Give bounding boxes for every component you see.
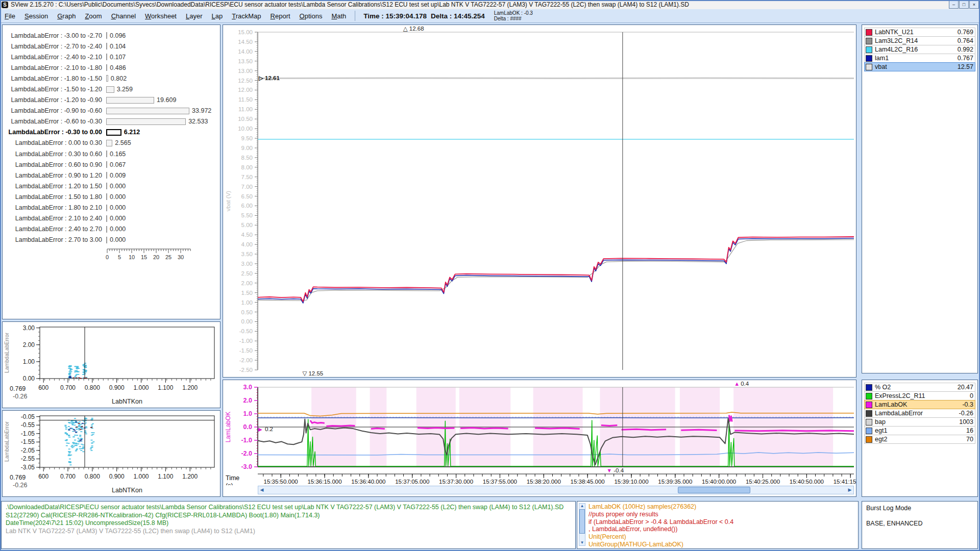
histogram-row[interactable]: LambdaLabError : -0.60 to -0.3032.533 (3, 116, 220, 127)
histogram-row[interactable]: LambdaLabError : 1.50 to 1.800.000 (3, 191, 220, 202)
histogram-row[interactable]: LambdaLabError : 1.80 to 2.100.000 (3, 203, 220, 213)
channel-color-swatch (866, 428, 872, 434)
histogram-row-label: LambdaLabError : 2.10 to 2.40 (3, 215, 106, 222)
svg-text:-0.26: -0.26 (13, 482, 28, 489)
menu-zoom[interactable]: Zoom (80, 12, 106, 20)
app-icon: S (2, 2, 8, 8)
histogram-panel[interactable]: LambdaLabError : -3.00 to -2.700.096Lamb… (2, 24, 220, 319)
scatter-plot-positive-panel[interactable]: 0.001.002.003.006000.7000.8000.9001.0001… (2, 321, 220, 408)
close-button[interactable]: × (969, 1, 979, 9)
svg-text:0.769: 0.769 (10, 474, 26, 481)
legend-row-lambdalaberror[interactable]: LambdaLabError-0.26 (864, 409, 975, 418)
menu-channel[interactable]: Channel (107, 12, 140, 20)
scroll-down-icon[interactable]: ▼ (579, 540, 585, 545)
histogram-row[interactable]: LambdaLabError : 2.70 to 3.000.000 (3, 235, 220, 245)
histogram-row[interactable]: LambdaLabError : -2.10 to -1.800.486 (3, 62, 220, 73)
histogram-row-value: 0.165 (110, 151, 126, 158)
histogram-row-label: LambdaLabError : 0.90 to 1.20 (3, 172, 106, 179)
legend-row-bap[interactable]: bap1003 (864, 417, 975, 427)
scroll-right-icon[interactable]: ▶ (846, 486, 853, 494)
svg-text:30: 30 (178, 254, 184, 260)
legend-row-labntk-u21[interactable]: LabNTK_U210.769 (864, 28, 975, 37)
bottom-chart-canvas[interactable]: -3.0-2.0-1.00.01.02.03.0LamLabOK▲0.4▼-0.… (223, 380, 856, 485)
menu-layer[interactable]: Layer (181, 12, 207, 20)
histogram-row[interactable]: LambdaLabError : -3.00 to -2.700.096 (3, 30, 220, 41)
histogram-row-label: LambdaLabError : 1.80 to 2.10 (3, 204, 106, 211)
channel-name: Lam3L2C_R14 (875, 37, 958, 44)
menu-session[interactable]: Session (20, 12, 53, 20)
histogram-row[interactable]: LambdaLabError : -0.30 to 0.006.212 (3, 127, 220, 138)
svg-text:11.00: 11.00 (238, 106, 253, 112)
scroll-left-icon[interactable]: ◀ (258, 486, 265, 494)
legend-row-egt1[interactable]: egt116 (864, 426, 975, 435)
histogram-row[interactable]: LambdaLabError : 0.00 to 0.302.565 (3, 138, 220, 148)
histogram-row-value: 19.609 (157, 96, 176, 104)
svg-text:2.00: 2.00 (241, 280, 253, 286)
channel-color-swatch (866, 436, 872, 443)
bottom-chart-panel[interactable]: -3.0-2.0-1.00.01.02.03.0LamLabOK▲0.4▼-0.… (223, 380, 856, 497)
legend-row-vbat[interactable]: vbat12.57 (864, 62, 975, 71)
svg-text:-0.55: -0.55 (21, 421, 35, 429)
legend-row-lamlabok[interactable]: LamLabOK-0.3 (864, 400, 975, 409)
log-mode-value: BASE, ENHANCED (866, 520, 922, 528)
histogram-row[interactable]: LambdaLabError : -0.90 to -0.6033.972 (3, 106, 220, 116)
histogram-row[interactable]: LambdaLabError : 0.90 to 1.200.009 (3, 170, 220, 181)
menu-lap[interactable]: Lap (207, 12, 228, 20)
menu-file[interactable]: File (0, 12, 20, 20)
time-scrollbar-thumb[interactable] (678, 487, 750, 493)
legend-row--o2[interactable]: % O220.47 (864, 383, 975, 392)
svg-text:0.700: 0.700 (60, 473, 76, 480)
menu-graph[interactable]: Graph (53, 12, 80, 20)
histogram-bar (106, 86, 114, 93)
svg-text:13.50: 13.50 (238, 58, 253, 64)
cursor-delta-readout: Delta : 14:45.254 (431, 12, 485, 20)
svg-text:1.50: 1.50 (241, 290, 253, 296)
legend-row-lam3l2c-r14[interactable]: Lam3L2C_R140.764 (864, 36, 975, 45)
menu-options[interactable]: Options (295, 12, 327, 20)
time-scrollbar[interactable]: ◀ ▶ (258, 486, 854, 494)
histogram-row-label: LambdaLabError : -2.70 to -2.40 (3, 43, 106, 50)
menu-math[interactable]: Math (327, 12, 351, 20)
histogram-row-value: 2.565 (115, 139, 131, 146)
histogram-bar (106, 54, 107, 60)
menu-worksheet[interactable]: Worksheet (140, 12, 181, 20)
histogram-row[interactable]: LambdaLabError : -2.40 to -2.100.107 (3, 52, 220, 62)
legend-row-expressl2c-r11[interactable]: ExPressL2C_R110 (864, 391, 975, 400)
legend-row-lam4l2c-r16[interactable]: Lam4L2C_R160.992 (864, 45, 975, 54)
histogram-row-label: LambdaLabError : -0.60 to -0.30 (3, 118, 106, 125)
legend-row-egt2[interactable]: egt270 (864, 435, 975, 444)
scatter-plot-negative-panel[interactable]: -3.05-2.55-2.05-1.55-1.05-0.55-0.056000.… (2, 410, 220, 497)
legend-row-lam1[interactable]: lam10.767 (864, 54, 975, 63)
histogram-row[interactable]: LambdaLabError : -1.80 to -1.500.802 (3, 73, 220, 84)
histogram-row[interactable]: LambdaLabError : -2.70 to -2.400.104 (3, 41, 220, 52)
svg-text:13.00: 13.00 (238, 68, 253, 74)
math-scrollbar-thumb[interactable] (579, 509, 585, 534)
histogram-row-value: 0.486 (110, 64, 126, 71)
bottom-channel-legend: % O220.47ExPressL2C_R110LamLabOK-0.3Lamb… (864, 383, 975, 444)
histogram-row[interactable]: LambdaLabError : 2.10 to 2.400.000 (3, 213, 220, 224)
histogram-row[interactable]: LambdaLabError : -1.50 to -1.203.259 (3, 84, 220, 94)
histogram-row[interactable]: LambdaLabError : 0.30 to 0.600.165 (3, 148, 220, 159)
histogram-bar (106, 215, 107, 222)
histogram-row[interactable]: LambdaLabError : 0.60 to 0.900.067 (3, 159, 220, 170)
math-panel-scrollbar[interactable]: ▲ ▼ (579, 503, 585, 546)
svg-text:3.00: 3.00 (241, 261, 253, 267)
histogram-row[interactable]: LambdaLabError : 2.40 to 2.700.000 (3, 224, 220, 235)
histogram-row-label: LambdaLabError : -0.90 to -0.60 (3, 107, 106, 114)
svg-text:15:41:15.000: 15:41:15.000 (834, 479, 856, 485)
menu-trackmap[interactable]: TrackMap (227, 12, 265, 20)
main-chart-panel[interactable]: -2.50-2.00-1.50-1.00-0.500.000.501.001.5… (223, 24, 856, 378)
menu-report[interactable]: Report (266, 12, 295, 20)
channel-color-swatch (866, 393, 872, 399)
svg-text:LabNTKon: LabNTKon (112, 487, 142, 494)
minimize-button[interactable]: – (949, 1, 959, 9)
channel-name: ExPressL2C_R11 (875, 392, 970, 399)
histogram-row[interactable]: LambdaLabError : -1.20 to -0.9019.609 (3, 95, 220, 106)
main-chart-canvas[interactable]: -2.50-2.00-1.50-1.00-0.500.000.501.001.5… (223, 25, 856, 377)
scatter-plot-negative[interactable]: -3.05-2.55-2.05-1.55-1.05-0.55-0.056000.… (3, 411, 220, 496)
scroll-up-icon[interactable]: ▲ (579, 504, 585, 509)
scatter-plot-positive[interactable]: 0.001.002.003.006000.7000.8000.9001.0001… (3, 322, 220, 408)
maximize-button[interactable]: □ (959, 1, 969, 9)
histogram-row[interactable]: LambdaLabError : 1.20 to 1.500.000 (3, 181, 220, 191)
histogram-row-label: LambdaLabError : 1.20 to 1.50 (3, 183, 106, 190)
